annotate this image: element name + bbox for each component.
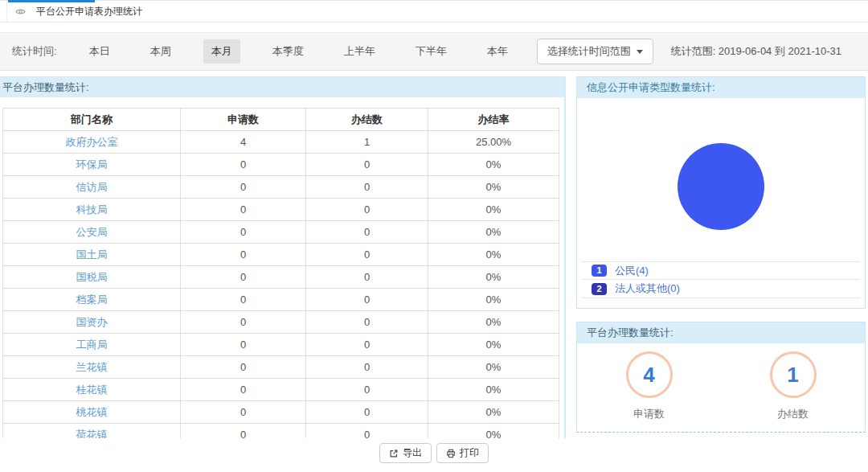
printer-icon (446, 449, 456, 458)
table-cell: 0% (428, 154, 559, 176)
table-cell: 0% (428, 199, 559, 221)
stat-item: 1办结数 (770, 351, 817, 421)
legend-index-badge: 1 (592, 265, 607, 277)
table-cell: 0 (306, 379, 428, 401)
department-link[interactable]: 科技局 (3, 199, 181, 221)
table-cell: 0% (428, 424, 559, 439)
table-cell: 0% (428, 379, 559, 401)
table-cell: 0% (428, 221, 559, 244)
table-cell: 0% (428, 176, 559, 199)
chevron-down-icon (637, 50, 643, 54)
department-link[interactable]: 信访局 (3, 176, 181, 199)
tab-bar: 平台公开申请表办理统计 (0, 0, 868, 23)
table-cell: 0 (181, 244, 306, 266)
table-cell: 0 (181, 379, 306, 401)
table-header-cell: 办结数 (306, 109, 428, 131)
stat-label: 办结数 (777, 407, 809, 421)
department-link[interactable]: 档案局 (3, 289, 181, 311)
table-cell: 0% (428, 289, 559, 311)
department-link[interactable]: 环保局 (3, 154, 181, 176)
table-row: 政府办公室4125.00% (3, 131, 559, 154)
export-button[interactable]: 导出 (379, 443, 432, 463)
legend-index-badge: 2 (592, 283, 607, 295)
table-row: 国土局000% (3, 244, 559, 266)
request-type-panel: 信息公开申请类型数量统计: 1公民(4)2法人或其他(0) (576, 76, 866, 309)
table-row: 环保局000% (3, 154, 559, 176)
table-cell: 0 (181, 334, 306, 356)
stat-circle: 4 (626, 351, 673, 398)
summary-stats-panel: 平台办理数量统计: 4申请数1办结数 (576, 322, 866, 433)
table-cell: 1 (306, 131, 428, 154)
export-icon (389, 449, 399, 458)
table-header-cell: 申请数 (181, 109, 306, 131)
filter-bar: 统计时间: 本日本周本月本季度上半年下半年本年 选择统计时间范围 统计范围: 2… (0, 32, 868, 71)
select-time-range-dropdown[interactable]: 选择统计时间范围 (537, 39, 653, 64)
legend-item[interactable]: 1公民(4) (582, 261, 860, 280)
department-link[interactable]: 兰花镇 (3, 356, 181, 379)
table-cell: 0 (181, 199, 306, 221)
table-cell: 0 (306, 424, 428, 439)
department-link[interactable]: 国土局 (3, 244, 181, 266)
department-link[interactable]: 工商局 (3, 334, 181, 356)
department-table: 部门名称申请数办结数办结率 政府办公室4125.00%环保局000%信访局000… (2, 108, 559, 438)
eye-icon (15, 6, 26, 17)
stat-item: 4申请数 (626, 351, 673, 421)
department-link[interactable]: 政府办公室 (3, 131, 181, 154)
table-cell: 0 (306, 311, 428, 334)
department-link[interactable]: 桂花镇 (3, 379, 181, 401)
table-cell: 0 (306, 221, 428, 244)
table-cell: 0% (428, 401, 559, 424)
table-cell: 0 (306, 334, 428, 356)
table-row: 科技局000% (3, 199, 559, 221)
table-cell: 0 (306, 266, 428, 289)
stat-label: 申请数 (633, 407, 665, 421)
active-tab-indicator (8, 0, 95, 2)
table-cell: 0 (181, 176, 306, 199)
table-cell: 0 (306, 244, 428, 266)
table-cell: 0% (428, 311, 559, 334)
table-header-row: 部门名称申请数办结数办结率 (3, 109, 559, 131)
department-link[interactable]: 公安局 (3, 221, 181, 244)
filter-option[interactable]: 本年 (479, 39, 516, 64)
filter-option[interactable]: 本周 (142, 39, 179, 64)
table-cell: 0 (306, 199, 428, 221)
legend-item[interactable]: 2法人或其他(0) (582, 280, 860, 298)
table-row: 公安局000% (3, 221, 559, 244)
filter-option[interactable]: 上半年 (336, 39, 383, 64)
table-cell: 4 (181, 131, 306, 154)
table-cell: 0 (306, 401, 428, 424)
table-row: 工商局000% (3, 334, 559, 356)
table-row: 桃花镇000% (3, 401, 559, 424)
page-title: 平台公开申请表办理统计 (36, 5, 142, 18)
department-link[interactable]: 荷花镇 (3, 424, 181, 439)
filter-option[interactable]: 本月 (203, 39, 240, 64)
department-stats-title: 平台办理数量统计: (0, 76, 564, 97)
table-row: 档案局000% (3, 289, 559, 311)
stat-range-text: 统计范围: 2019-06-04 到 2021-10-31 (671, 44, 841, 59)
department-link[interactable]: 桃花镇 (3, 401, 181, 424)
filter-options: 本日本周本月本季度上半年下半年本年 (57, 39, 516, 64)
filter-option[interactable]: 本日 (81, 39, 118, 64)
filter-option[interactable]: 下半年 (407, 39, 455, 64)
department-link[interactable]: 国资办 (3, 311, 181, 334)
stat-circle: 1 (770, 351, 817, 398)
table-cell: 25.00% (428, 131, 559, 154)
table-cell: 0 (306, 154, 428, 176)
select-time-range-label: 选择统计时间范围 (547, 44, 631, 59)
table-row: 信访局000% (3, 176, 559, 199)
table-cell: 0 (181, 266, 306, 289)
filter-option[interactable]: 本季度 (264, 39, 312, 64)
table-cell: 0 (306, 176, 428, 199)
table-cell: 0 (181, 154, 306, 176)
table-cell: 0 (181, 356, 306, 379)
print-button[interactable]: 打印 (436, 443, 489, 463)
table-cell: 0% (428, 244, 559, 266)
pie-chart[interactable] (678, 143, 764, 230)
summary-stats-row: 4申请数1办结数 (577, 343, 865, 421)
table-cell: 0 (181, 311, 306, 334)
table-cell: 0 (181, 221, 306, 244)
filter-label: 统计时间: (12, 44, 57, 59)
table-cell: 0% (428, 356, 559, 379)
department-link[interactable]: 国税局 (3, 266, 181, 289)
table-cell: 0 (181, 424, 306, 439)
